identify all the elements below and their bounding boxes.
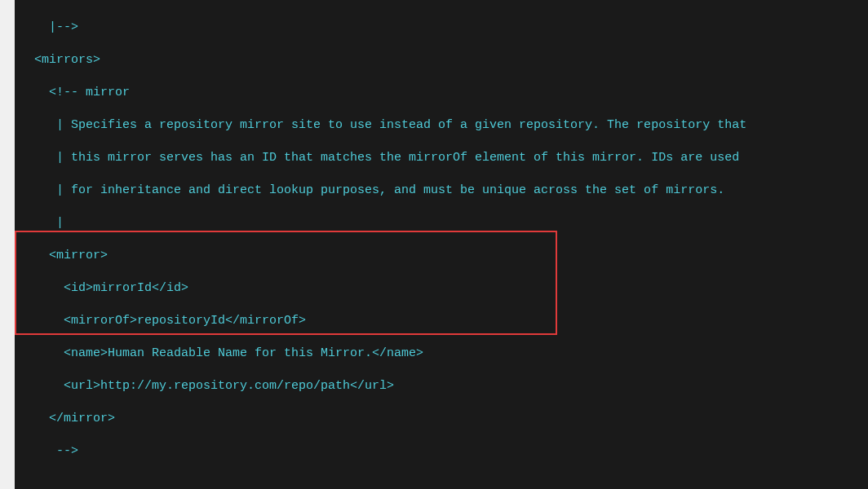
- code-line: | this mirror serves has an ID that matc…: [20, 150, 868, 166]
- line-number-gutter: [0, 0, 15, 489]
- code-line: <mirrors>: [20, 52, 868, 68]
- code-line: -->: [20, 443, 868, 460]
- code-line: <mirror>: [20, 248, 868, 264]
- code-line: <url>http://my.repository.com/repo/path<…: [20, 378, 868, 394]
- code-line: | for inheritance and direct lookup purp…: [20, 183, 868, 199]
- code-line: <id>mirrorId</id>: [20, 280, 868, 297]
- code-line: |-->: [20, 20, 868, 36]
- code-line: <!-- mirror: [20, 85, 868, 101]
- code-line: | Specifies a repository mirror site to …: [20, 117, 868, 134]
- code-line: |: [20, 215, 868, 231]
- code-line: <name>Human Readable Name for this Mirro…: [20, 346, 868, 362]
- code-editor[interactable]: |--> <mirrors> <!-- mirror | Specifies a…: [15, 0, 868, 489]
- code-line: <mirrorOf>repositoryId</mirrorOf>: [20, 313, 868, 329]
- code-line: [20, 476, 868, 489]
- code-line: </mirror>: [20, 411, 868, 427]
